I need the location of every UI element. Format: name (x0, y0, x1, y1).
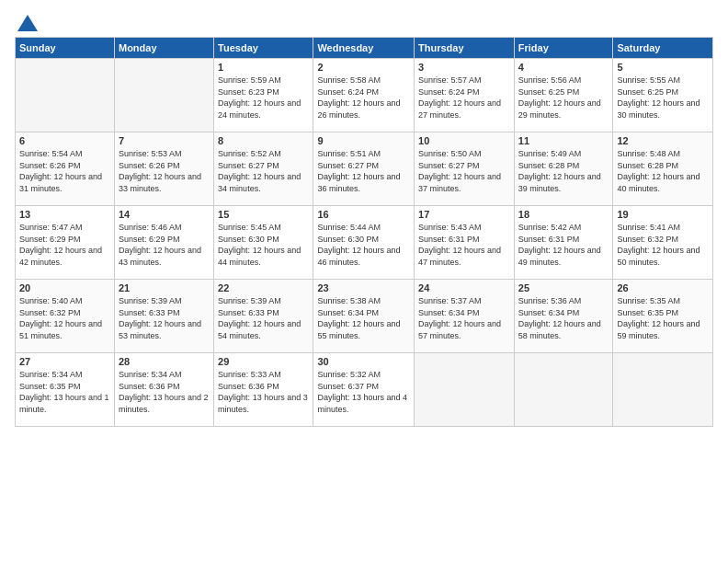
day-info: Sunrise: 5:43 AMSunset: 6:31 PMDaylight:… (418, 222, 510, 268)
day-header: Thursday (415, 38, 515, 59)
calendar-cell: 10Sunrise: 5:50 AMSunset: 6:27 PMDayligh… (415, 132, 515, 206)
day-number: 9 (317, 135, 410, 146)
day-info: Sunrise: 5:58 AMSunset: 6:24 PMDaylight:… (317, 75, 410, 121)
calendar-cell (114, 59, 213, 132)
calendar-cell: 14Sunrise: 5:46 AMSunset: 6:29 PMDayligh… (114, 206, 213, 280)
calendar-cell: 9Sunrise: 5:51 AMSunset: 6:27 PMDaylight… (313, 132, 415, 206)
day-info: Sunrise: 5:45 AMSunset: 6:30 PMDaylight:… (218, 222, 309, 268)
calendar-cell: 13Sunrise: 5:47 AMSunset: 6:29 PMDayligh… (16, 206, 115, 280)
day-number: 27 (19, 356, 110, 367)
day-number: 4 (518, 62, 609, 73)
day-info: Sunrise: 5:47 AMSunset: 6:29 PMDaylight:… (19, 222, 110, 268)
calendar-cell: 29Sunrise: 5:33 AMSunset: 6:36 PMDayligh… (214, 353, 313, 427)
day-number: 20 (19, 282, 110, 293)
day-number: 17 (418, 209, 510, 220)
calendar-cell: 28Sunrise: 5:34 AMSunset: 6:36 PMDayligh… (114, 353, 213, 427)
day-number: 23 (317, 282, 410, 293)
day-info: Sunrise: 5:38 AMSunset: 6:34 PMDaylight:… (317, 295, 410, 341)
calendar-cell: 11Sunrise: 5:49 AMSunset: 6:28 PMDayligh… (514, 132, 613, 206)
day-info: Sunrise: 5:34 AMSunset: 6:36 PMDaylight:… (119, 369, 210, 415)
day-number: 6 (19, 135, 110, 146)
calendar-cell: 15Sunrise: 5:45 AMSunset: 6:30 PMDayligh… (214, 206, 313, 280)
calendar-week-row: 27Sunrise: 5:34 AMSunset: 6:35 PMDayligh… (16, 353, 713, 427)
calendar-cell (514, 353, 613, 427)
day-number: 2 (317, 62, 410, 73)
day-header: Wednesday (313, 38, 415, 59)
day-info: Sunrise: 5:37 AMSunset: 6:34 PMDaylight:… (418, 295, 510, 341)
calendar-cell: 12Sunrise: 5:48 AMSunset: 6:28 PMDayligh… (613, 132, 713, 206)
calendar-cell: 24Sunrise: 5:37 AMSunset: 6:34 PMDayligh… (415, 280, 515, 353)
day-info: Sunrise: 5:39 AMSunset: 6:33 PMDaylight:… (119, 295, 210, 341)
calendar-cell: 27Sunrise: 5:34 AMSunset: 6:35 PMDayligh… (16, 353, 115, 427)
day-info: Sunrise: 5:40 AMSunset: 6:32 PMDaylight:… (19, 295, 110, 341)
day-info: Sunrise: 5:56 AMSunset: 6:25 PMDaylight:… (518, 75, 609, 121)
day-info: Sunrise: 5:41 AMSunset: 6:32 PMDaylight:… (617, 222, 709, 268)
day-header: Saturday (613, 38, 713, 59)
calendar-week-row: 13Sunrise: 5:47 AMSunset: 6:29 PMDayligh… (16, 206, 713, 280)
header (15, 15, 713, 28)
day-info: Sunrise: 5:33 AMSunset: 6:36 PMDaylight:… (218, 369, 309, 415)
day-info: Sunrise: 5:46 AMSunset: 6:29 PMDaylight:… (119, 222, 210, 268)
logo-icon (17, 15, 38, 31)
day-header: Monday (114, 38, 213, 59)
calendar-cell: 25Sunrise: 5:36 AMSunset: 6:34 PMDayligh… (514, 280, 613, 353)
day-number: 21 (119, 282, 210, 293)
calendar-cell: 6Sunrise: 5:54 AMSunset: 6:26 PMDaylight… (16, 132, 115, 206)
day-number: 14 (119, 209, 210, 220)
day-header: Friday (514, 38, 613, 59)
day-number: 24 (418, 282, 510, 293)
day-number: 7 (119, 135, 210, 146)
day-info: Sunrise: 5:39 AMSunset: 6:33 PMDaylight:… (218, 295, 309, 341)
day-info: Sunrise: 5:57 AMSunset: 6:24 PMDaylight:… (418, 75, 510, 121)
day-number: 1 (218, 62, 309, 73)
calendar-cell: 5Sunrise: 5:55 AMSunset: 6:25 PMDaylight… (613, 59, 713, 132)
day-number: 11 (518, 135, 609, 146)
calendar-cell (613, 353, 713, 427)
day-number: 8 (218, 135, 309, 146)
svg-marker-0 (17, 15, 38, 31)
day-info: Sunrise: 5:34 AMSunset: 6:35 PMDaylight:… (19, 369, 110, 415)
calendar-cell: 17Sunrise: 5:43 AMSunset: 6:31 PMDayligh… (415, 206, 515, 280)
calendar-cell: 18Sunrise: 5:42 AMSunset: 6:31 PMDayligh… (514, 206, 613, 280)
day-info: Sunrise: 5:54 AMSunset: 6:26 PMDaylight:… (19, 148, 110, 194)
day-info: Sunrise: 5:36 AMSunset: 6:34 PMDaylight:… (518, 295, 609, 341)
day-number: 29 (218, 356, 309, 367)
day-number: 13 (19, 209, 110, 220)
day-number: 19 (617, 209, 709, 220)
day-info: Sunrise: 5:42 AMSunset: 6:31 PMDaylight:… (518, 222, 609, 268)
calendar-cell: 30Sunrise: 5:32 AMSunset: 6:37 PMDayligh… (313, 353, 415, 427)
calendar-week-row: 1Sunrise: 5:59 AMSunset: 6:23 PMDaylight… (16, 59, 713, 132)
day-number: 18 (518, 209, 609, 220)
calendar-cell: 1Sunrise: 5:59 AMSunset: 6:23 PMDaylight… (214, 59, 313, 132)
calendar-cell: 4Sunrise: 5:56 AMSunset: 6:25 PMDaylight… (514, 59, 613, 132)
day-info: Sunrise: 5:44 AMSunset: 6:30 PMDaylight:… (317, 222, 410, 268)
day-info: Sunrise: 5:35 AMSunset: 6:35 PMDaylight:… (617, 295, 709, 341)
day-number: 12 (617, 135, 709, 146)
calendar-cell: 20Sunrise: 5:40 AMSunset: 6:32 PMDayligh… (16, 280, 115, 353)
calendar-cell (16, 59, 115, 132)
calendar-cell: 26Sunrise: 5:35 AMSunset: 6:35 PMDayligh… (613, 280, 713, 353)
calendar-week-row: 20Sunrise: 5:40 AMSunset: 6:32 PMDayligh… (16, 280, 713, 353)
day-number: 28 (119, 356, 210, 367)
day-info: Sunrise: 5:49 AMSunset: 6:28 PMDaylight:… (518, 148, 609, 194)
day-info: Sunrise: 5:53 AMSunset: 6:26 PMDaylight:… (119, 148, 210, 194)
day-number: 3 (418, 62, 510, 73)
day-number: 25 (518, 282, 609, 293)
logo (15, 15, 39, 28)
calendar-cell: 7Sunrise: 5:53 AMSunset: 6:26 PMDaylight… (114, 132, 213, 206)
day-header: Sunday (16, 38, 115, 59)
day-info: Sunrise: 5:32 AMSunset: 6:37 PMDaylight:… (317, 369, 410, 415)
calendar-cell: 19Sunrise: 5:41 AMSunset: 6:32 PMDayligh… (613, 206, 713, 280)
day-info: Sunrise: 5:52 AMSunset: 6:27 PMDaylight:… (218, 148, 309, 194)
calendar-header-row: SundayMondayTuesdayWednesdayThursdayFrid… (16, 38, 713, 59)
day-number: 15 (218, 209, 309, 220)
day-number: 26 (617, 282, 709, 293)
page-container: SundayMondayTuesdayWednesdayThursdayFrid… (0, 0, 728, 563)
day-info: Sunrise: 5:55 AMSunset: 6:25 PMDaylight:… (617, 75, 709, 121)
calendar: SundayMondayTuesdayWednesdayThursdayFrid… (15, 37, 713, 427)
day-info: Sunrise: 5:51 AMSunset: 6:27 PMDaylight:… (317, 148, 410, 194)
day-info: Sunrise: 5:50 AMSunset: 6:27 PMDaylight:… (418, 148, 510, 194)
calendar-cell (415, 353, 515, 427)
calendar-cell: 22Sunrise: 5:39 AMSunset: 6:33 PMDayligh… (214, 280, 313, 353)
calendar-cell: 23Sunrise: 5:38 AMSunset: 6:34 PMDayligh… (313, 280, 415, 353)
